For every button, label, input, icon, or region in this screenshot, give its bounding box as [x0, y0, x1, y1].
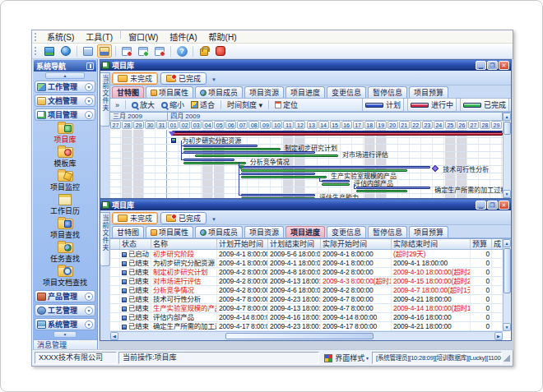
table-row[interactable]: 已启动初步研究阶段2009-4-1 8:00:002009-5-6 18:00:… — [110, 250, 511, 259]
column-header-7[interactable]: 预算 — [471, 239, 492, 249]
save-icon-button[interactable] — [97, 44, 112, 58]
current-folder-side-tab[interactable]: 当前文件夹 — [100, 72, 110, 127]
column-header-2[interactable]: 名称 — [151, 239, 217, 249]
sidebar-group-work-management[interactable]: 工作管理▼ — [35, 81, 95, 93]
gantt-plan-bar[interactable] — [241, 173, 315, 175]
gantt-summary-progress-bar[interactable] — [172, 132, 503, 136]
chevron-down-icon[interactable]: ▼ — [85, 293, 93, 301]
sidebar-item-template-library[interactable]: 模板库 — [34, 145, 96, 169]
gantt-actual-bar[interactable] — [322, 183, 350, 186]
restore-button[interactable]: ❐ — [487, 201, 498, 210]
sidebar-group-project-management[interactable]: 项目管理▲ — [35, 108, 95, 121]
table-row[interactable]: 已结束技术可行性分析2009-4-7 8:00:002009-4-23 18:0… — [110, 295, 511, 304]
tab-4[interactable]: 项目进度 — [285, 86, 325, 98]
menu-item-2[interactable]: 窗口(W) — [123, 30, 164, 44]
folder-tab-unfinished[interactable]: 未完成 — [112, 72, 158, 85]
folder-tab-finished[interactable]: 已完成 — [160, 72, 207, 85]
table-row[interactable]: 已结束为初步研究分配资源2009-4-1 8:00:002009-4-1 18:… — [110, 259, 511, 268]
table-row[interactable]: 已结束对市场进行评估2009-4-2 8:00:002009-4-13 18:0… — [110, 277, 511, 286]
table-row[interactable]: 已结束生产实验室规模的产品2009-4-7 8:00:002009-4-13 1… — [110, 304, 511, 313]
gantt-plan-bar[interactable] — [183, 151, 315, 154]
column-header-0[interactable] — [110, 239, 120, 249]
system-icon-button[interactable] — [42, 44, 57, 58]
table-row[interactable]: 已结束确定生产所需的加工过程2009-4-17 8:00:002009-4-23… — [110, 322, 511, 331]
tab-3[interactable]: 项目资源 — [244, 226, 284, 238]
gantt-milestone[interactable] — [171, 138, 176, 143]
sidebar-item-project-doc-search[interactable]: 项目文档查找 — [34, 265, 96, 288]
toolbar-overflow-chevron[interactable]: » — [112, 99, 123, 111]
exit-icon-button[interactable] — [213, 44, 228, 58]
gantt-plan-bar[interactable] — [183, 159, 234, 161]
column-header-5[interactable]: 实际开始时间 — [321, 239, 392, 249]
tab-1[interactable]: 项目属性 — [146, 86, 193, 98]
sidebar-item-task-search[interactable]: 任务查找 — [34, 241, 96, 265]
locate-button[interactable]: 定位 — [272, 99, 301, 111]
sidebar-group-document-management[interactable]: 文档管理▼ — [35, 95, 95, 107]
chevron-down-icon[interactable]: ▼ — [85, 307, 93, 315]
table-vertical-scrollbar[interactable]: ▲▼ — [503, 239, 511, 331]
folder-tab-overflow-button[interactable]: ▼ — [209, 75, 219, 85]
ui-style-button[interactable]: 界面样式 — [335, 353, 364, 363]
tab-1[interactable]: 项目属性 — [146, 226, 193, 238]
help-icon-button[interactable]: ? — [174, 44, 189, 58]
minimize-button[interactable]: ▁ — [476, 61, 486, 70]
gantt-plan-bar[interactable] — [322, 180, 350, 182]
gantt-actual-bar[interactable] — [356, 190, 407, 192]
scroll-right-button[interactable]: ▶ — [494, 332, 503, 340]
gantt-actual-bar[interactable] — [241, 176, 327, 178]
scroll-thumb[interactable] — [225, 333, 374, 339]
ui-style-dropdown-arrow[interactable]: ▾ — [364, 355, 369, 361]
gantt-window-titlebar[interactable]: 项目库 ▁ ❐ ✕ — [100, 60, 511, 71]
folder-tab-overflow-button[interactable]: ▼ — [209, 214, 219, 224]
sidebar-item-project-library[interactable]: 项目库 — [34, 122, 96, 145]
open-folder-icon-button[interactable] — [81, 44, 95, 58]
gantt-plan-bar[interactable] — [183, 145, 258, 147]
resize-grip[interactable] — [504, 355, 510, 362]
minimize-button[interactable]: ▁ — [476, 201, 486, 210]
tab-6[interactable]: 暂停信息 — [368, 86, 407, 98]
table-row[interactable]: 已结束制定初步研究计划2009-4-2 8:00:002009-4-8 18:0… — [110, 268, 511, 277]
sidebar-item-project-monitor[interactable]: 项目监控 — [34, 169, 96, 193]
scroll-up-button[interactable]: ▲ — [503, 113, 511, 121]
chevron-down-icon[interactable]: ▼ — [85, 83, 93, 91]
sidebar-group-product-management[interactable]: 产品管理▼ — [35, 290, 95, 302]
tab-3[interactable]: 项目资源 — [244, 86, 284, 98]
current-folder-side-tab[interactable]: 当前文件夹 — [100, 212, 110, 266]
gantt-actual-bar[interactable] — [241, 169, 407, 172]
chevron-down-icon[interactable]: ▼ — [85, 97, 93, 105]
tab-7[interactable]: 项目预算 — [409, 226, 448, 238]
tab-5[interactable]: 变更信息 — [327, 226, 366, 238]
form-window-icon-2-button[interactable] — [136, 44, 151, 58]
sidebar-collapse-button[interactable]: ▲ — [45, 72, 85, 79]
menu-item-4[interactable]: 帮助(H) — [203, 30, 243, 44]
scroll-left-button[interactable]: ◀ — [110, 332, 118, 340]
tab-7[interactable]: 项目预算 — [409, 86, 448, 98]
tab-0[interactable]: 甘特图 — [112, 226, 144, 238]
lock-icon-button[interactable] — [197, 44, 211, 58]
scroll-thumb[interactable] — [504, 122, 511, 135]
scroll-up-button[interactable]: ▲ — [503, 239, 511, 247]
gantt-actual-bar[interactable] — [195, 154, 338, 157]
close-button[interactable]: ✕ — [499, 61, 509, 70]
gantt-plan-bar[interactable] — [356, 187, 430, 189]
chevron-down-icon[interactable]: ▼ — [85, 321, 93, 329]
gantt-actual-bar[interactable] — [183, 148, 281, 150]
scroll-thumb[interactable] — [504, 248, 511, 293]
chevron-up-icon[interactable]: ▲ — [85, 111, 93, 119]
column-header-3[interactable]: 计划开始时间 — [217, 239, 268, 249]
column-header-1[interactable]: 状态 — [120, 239, 151, 249]
gantt-actual-bar[interactable] — [241, 197, 315, 198]
folder-tab-unfinished[interactable]: 未完成 — [112, 212, 158, 224]
zoom-out-button[interactable]: 缩小 — [158, 99, 188, 111]
tab-2[interactable]: 项目成员 — [195, 226, 243, 238]
tab-2[interactable]: 项目成员 — [195, 86, 243, 98]
table-row[interactable]: 已结束评估内部产品2009-4-14 8:00:002009-4-16 18:0… — [110, 313, 511, 322]
scroll-down-button[interactable]: ▼ — [503, 323, 511, 331]
column-header-8[interactable]: 成 — [492, 239, 503, 249]
globe-icon-button[interactable] — [58, 44, 73, 58]
time-scale-dropdown[interactable]: 时间刻度 ▾ — [224, 99, 266, 111]
tab-0[interactable]: 甘特图 — [112, 86, 144, 98]
sidebar-scroll-down-button[interactable]: ▼ — [53, 331, 77, 338]
close-button[interactable]: ✕ — [499, 201, 509, 210]
menu-item-3[interactable]: 插件(A) — [164, 30, 202, 44]
